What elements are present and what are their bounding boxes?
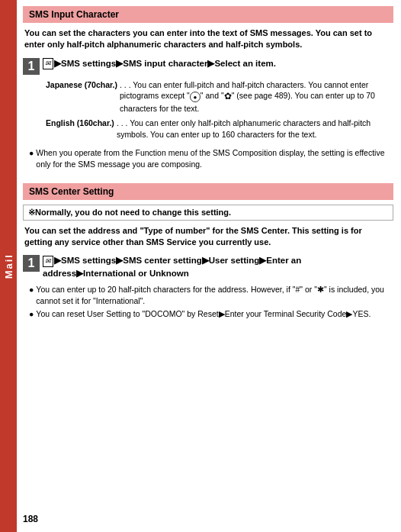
section1-bullet-1: ● When you operate from the Function men… — [29, 147, 393, 169]
section2-bullet-text-1: You can enter up to 20 half-pitch charac… — [36, 284, 393, 306]
bullet-dot-2: ● — [29, 284, 34, 306]
section1-step-text: ▶SMS settings▶SMS input character▶Select… — [54, 59, 276, 68]
detail-text-english: . . . You can enter only half-pitch alph… — [117, 118, 393, 140]
detail-text-japanese: . . . You can enter full-pitch and half-… — [120, 79, 393, 114]
bullet-dot-1: ● — [29, 147, 34, 169]
section2-bullet-1: ● You can enter up to 20 half-pitch char… — [29, 284, 393, 306]
section2-bullet-2: ● You can reset User Setting to "DOCOMO"… — [29, 308, 393, 320]
detail-item-english: English (160char.) . . . You can enter o… — [46, 118, 393, 140]
section1-header: SMS Input Character — [23, 6, 393, 23]
section2-bullet-list: ● You can enter up to 20 half-pitch char… — [29, 284, 393, 322]
bullet-dot-3: ● — [29, 308, 34, 320]
notice-box: ※Normally, you do not need to change thi… — [23, 205, 393, 221]
detail-label-japanese: Japanese (70char.) — [46, 79, 117, 114]
section1-detail-list: Japanese (70char.) . . . You can enter f… — [46, 79, 393, 143]
section2-step-instruction: ✉▶SMS settings▶SMS center setting▶User s… — [43, 254, 393, 279]
detail-item-japanese: Japanese (70char.) . . . You can enter f… — [46, 79, 393, 114]
section2-bullet-text-2: You can reset User Setting to "DOCOMO" b… — [36, 308, 371, 320]
section2-intro: You can set the address and "Type of num… — [23, 225, 393, 249]
section1-step-row: 1 ✉▶SMS settings▶SMS input character▶Sel… — [23, 57, 393, 75]
section2-step-number: 1 — [23, 255, 40, 272]
mail-icon-2: ✉ — [43, 256, 53, 267]
section1-bullet-list: ● When you operate from the Function men… — [29, 147, 393, 172]
pictogram-circle: ● — [190, 92, 200, 102]
section1-bullet-text-1: When you operate from the Function menu … — [36, 147, 393, 169]
section2-step-text: ▶SMS settings▶SMS center setting▶User se… — [43, 256, 301, 277]
mail-icon-1: ✉ — [43, 58, 53, 69]
side-tab-label: Mail — [3, 253, 14, 279]
pictogram-star: ✿ — [224, 90, 232, 103]
page-wrapper: Mail SMS Input Character You can set the… — [0, 0, 401, 532]
section1-step-number: 1 — [23, 58, 40, 75]
section2-header: SMS Center Setting — [23, 183, 393, 200]
side-tab: Mail — [0, 0, 17, 532]
detail-label-english: English (160char.) — [46, 118, 114, 140]
section1-step-instruction: ✉▶SMS settings▶SMS input character▶Selec… — [43, 57, 393, 69]
notice-text: ※Normally, you do not need to change thi… — [28, 208, 231, 217]
section1-intro: You can set the characters you can enter… — [23, 27, 393, 51]
section2-step-row: 1 ✉▶SMS settings▶SMS center setting▶User… — [23, 254, 393, 279]
page-number: 188 — [23, 514, 38, 524]
main-content: SMS Input Character You can set the char… — [17, 0, 401, 532]
